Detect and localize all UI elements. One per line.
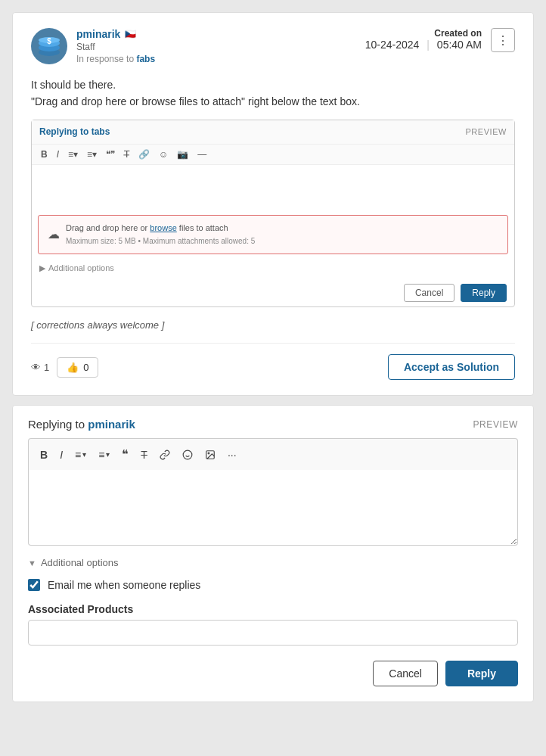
- post-meta: Created on 10-24-2024 | 05:40 AM: [365, 28, 482, 51]
- svg-text:$: $: [47, 37, 51, 45]
- inner-drop-zone: ☁ Drag and drop here or browse files to …: [38, 215, 508, 254]
- chevron-down-icon: ▼: [28, 558, 36, 568]
- inner-editor: Replying to tabs PREVIEW B I ≡▾ ≡▾ ❝❞ T̶…: [31, 120, 515, 307]
- chevron-right-icon: ▶: [39, 262, 45, 275]
- inner-reply-button[interactable]: Reply: [461, 284, 507, 302]
- replying-to: Replying to pminarik: [28, 418, 135, 431]
- inner-toolbar: B I ≡▾ ≡▾ ❝❞ T̶ 🔗 ☺ 📷 —: [32, 145, 514, 165]
- post-footer-text: [ corrections always welcome ]: [31, 319, 515, 331]
- associated-products-section: Associated Products: [28, 603, 518, 646]
- inner-image-btn[interactable]: 📷: [174, 148, 191, 161]
- bold-button[interactable]: B: [36, 446, 51, 463]
- additional-options-label: Additional options: [41, 557, 119, 568]
- unordered-list-button[interactable]: ≡: [71, 446, 90, 463]
- inner-quote-btn[interactable]: ❝❞: [103, 148, 118, 161]
- inner-link-btn[interactable]: 🔗: [135, 148, 153, 161]
- inner-emoji-btn[interactable]: ☺: [156, 148, 171, 161]
- post-time: 05:40 AM: [437, 39, 482, 51]
- post-date: 10-24-2024: [365, 39, 420, 51]
- post-header: $ pminarik 🇨🇿 Staff In response to fabs: [31, 28, 515, 64]
- preview-button[interactable]: PREVIEW: [473, 419, 518, 430]
- associated-products-input[interactable]: [28, 620, 518, 646]
- inner-editor-title: Replying to tabs: [39, 125, 110, 139]
- additional-options-content: Email me when someone replies Associated…: [28, 579, 518, 646]
- composer-textarea[interactable]: [28, 470, 518, 546]
- reply-button[interactable]: Reply: [445, 661, 518, 686]
- user-info: pminarik 🇨🇿 Staff In response to fabs: [76, 28, 155, 64]
- view-count: 👁 1: [31, 362, 49, 373]
- image-button[interactable]: [201, 447, 219, 462]
- post-actions: 👁 1 👍 0 Accept as Solution: [31, 343, 515, 380]
- flag-icon: 🇨🇿: [125, 29, 136, 39]
- inner-actions: Cancel Reply: [32, 279, 514, 306]
- associated-products-label: Associated Products: [28, 603, 518, 615]
- composer-header: Replying to pminarik PREVIEW: [28, 418, 518, 431]
- drop-zone-sub: Maximum size: 5 MB • Maximum attachments…: [66, 235, 255, 247]
- username[interactable]: pminarik: [76, 28, 120, 40]
- like-count: 0: [83, 362, 88, 373]
- in-response-link[interactable]: fabs: [136, 54, 155, 64]
- like-button[interactable]: 👍 0: [57, 357, 98, 378]
- inner-bold-btn[interactable]: B: [38, 148, 51, 161]
- email-notification-row: Email me when someone replies: [28, 579, 518, 591]
- email-checkbox-label[interactable]: Email me when someone replies: [48, 579, 200, 591]
- inner-more-btn[interactable]: —: [194, 148, 209, 161]
- inner-additional-options[interactable]: ▶ Additional options: [32, 259, 514, 280]
- username-row: pminarik 🇨🇿: [76, 28, 155, 40]
- inner-ol-btn[interactable]: ≡▾: [84, 148, 100, 161]
- strikethrough-button[interactable]: T: [137, 446, 151, 463]
- browse-link[interactable]: browse: [150, 223, 176, 232]
- link-button[interactable]: [156, 447, 174, 462]
- view-number: 1: [44, 362, 49, 373]
- body-line2: "Drag and drop here or browse files to a…: [31, 93, 515, 110]
- body-line1: It should be there.: [31, 76, 515, 93]
- inner-ul-btn[interactable]: ≡▾: [65, 148, 81, 161]
- inner-text-area: [32, 165, 514, 210]
- ordered-list-button[interactable]: ≡: [95, 446, 113, 463]
- svg-point-9: [208, 453, 209, 454]
- cancel-button[interactable]: Cancel: [373, 661, 438, 686]
- inner-preview-label: PREVIEW: [465, 126, 507, 139]
- replying-to-user[interactable]: pminarik: [88, 418, 135, 431]
- avatar: $: [31, 28, 67, 64]
- reply-composer: Replying to pminarik PREVIEW B I ≡ ≡ ❝ T: [12, 405, 534, 702]
- post-header-left: $ pminarik 🇨🇿 Staff In response to fabs: [31, 28, 155, 64]
- more-options-button[interactable]: ⋮: [491, 28, 515, 52]
- date-separator: |: [427, 39, 430, 51]
- post-card: $ pminarik 🇨🇿 Staff In response to fabs: [12, 12, 534, 396]
- blockquote-button[interactable]: ❝: [118, 445, 132, 464]
- created-datetime: 10-24-2024 | 05:40 AM: [365, 39, 482, 51]
- svg-point-5: [183, 450, 192, 459]
- upload-icon: ☁: [48, 225, 60, 244]
- emoji-button[interactable]: [178, 447, 197, 462]
- inner-editor-header: Replying to tabs PREVIEW: [32, 120, 514, 145]
- created-label: Created on: [365, 28, 482, 39]
- left-actions: 👁 1 👍 0: [31, 357, 98, 378]
- thumbs-up-icon: 👍: [67, 362, 79, 373]
- inner-cancel-button[interactable]: Cancel: [404, 284, 454, 302]
- additional-options-toggle[interactable]: ▼ Additional options: [28, 557, 518, 568]
- in-response: In response to fabs: [76, 54, 155, 64]
- user-role: Staff: [76, 42, 155, 52]
- accept-solution-button[interactable]: Accept as Solution: [388, 354, 515, 380]
- italic-button[interactable]: I: [56, 446, 67, 463]
- email-checkbox[interactable]: [28, 579, 40, 591]
- composer-footer: Cancel Reply: [28, 661, 518, 686]
- more-toolbar-button[interactable]: ···: [224, 446, 240, 463]
- eye-icon: 👁: [31, 362, 41, 373]
- composer-toolbar: B I ≡ ≡ ❝ T ···: [28, 438, 518, 470]
- inner-italic-btn[interactable]: I: [54, 148, 62, 161]
- inner-strike-btn[interactable]: T̶: [121, 148, 132, 161]
- post-body: It should be there. "Drag and drop here …: [31, 76, 515, 307]
